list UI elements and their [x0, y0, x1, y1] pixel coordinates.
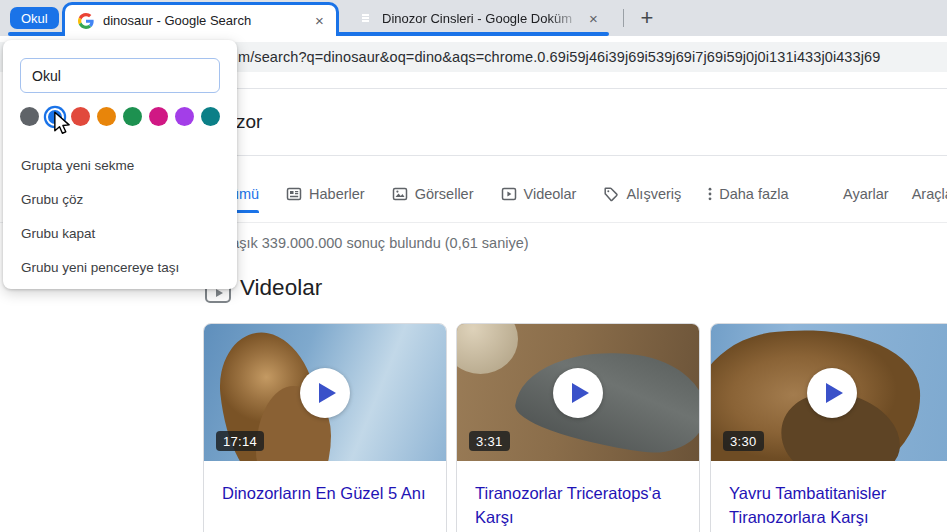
more-dots-icon: [708, 186, 712, 202]
google-search-box[interactable]: dinozor: [185, 88, 947, 156]
group-name-input[interactable]: Okul: [20, 58, 220, 93]
video-duration-badge: 3:31: [469, 431, 510, 451]
video-card[interactable]: 17:14 Dinozorların En Güzel 5 Anı: [203, 323, 447, 532]
video-title-link[interactable]: Tiranozorlar Triceratops'a Karşı: [457, 461, 699, 529]
play-button-icon[interactable]: [300, 368, 350, 418]
video-title-link[interactable]: Yavru Tambatitanisler Tiranozorlara Karş…: [711, 461, 947, 529]
menu-item-move-to-new-window[interactable]: Grubu yeni pencereye taşı: [3, 250, 237, 284]
tab-strip: Okul dinosaur - Google Search × Dinozor …: [0, 0, 947, 36]
play-button-icon[interactable]: [553, 368, 603, 418]
close-icon[interactable]: ×: [585, 10, 602, 27]
menu-item-ungroup[interactable]: Grubu çöz: [3, 182, 237, 216]
tab-title: Dinozor Cinsleri - Google Doküm: [382, 11, 585, 26]
browser-window: dinozor Tümü Haberler Görseller: [0, 0, 947, 532]
tab-group-menu: Okul Grupta yeni sekme Grubu çöz Grubu k…: [3, 40, 237, 289]
serp-nav: Tümü Haberler Görseller Videolar: [222, 182, 789, 206]
swatch-purple[interactable]: [175, 107, 194, 126]
menu-item-new-tab-in-group[interactable]: Grupta yeni sekme: [3, 148, 237, 182]
result-stats: Yaklaşık 339.000.000 sonuç bulundu (0,61…: [204, 235, 529, 251]
tab-daha-fazla[interactable]: Daha fazla: [708, 186, 788, 202]
tab-dinozor-cinsleri[interactable]: Dinozor Cinsleri - Google Doküm ×: [345, 4, 608, 33]
group-menu-items: Grupta yeni sekme Grubu çöz Grubu kapat …: [3, 148, 237, 284]
swatch-orange[interactable]: [97, 107, 116, 126]
videos-section-title: Videolar: [240, 275, 322, 301]
tab-gorseller[interactable]: Görseller: [392, 186, 474, 202]
tab-haberler[interactable]: Haberler: [286, 186, 365, 202]
videos-icon: [501, 186, 517, 202]
tab-alisveris[interactable]: Alışveriş: [603, 186, 681, 202]
swatch-grey[interactable]: [20, 107, 39, 126]
url-text: m/search?q=dinosaur&oq=dino&aqs=chrome.0…: [238, 49, 880, 65]
thumbnail-art: [511, 339, 699, 460]
tab-ayarlar[interactable]: Ayarlar: [843, 186, 889, 202]
play-button-icon[interactable]: [807, 368, 857, 418]
thumbnail-art: [457, 324, 518, 374]
video-title-link[interactable]: Dinozorların En Güzel 5 Anı: [204, 461, 446, 505]
close-icon[interactable]: ×: [311, 12, 328, 29]
shopping-tag-icon: [603, 186, 619, 202]
swatch-cyan[interactable]: [201, 107, 220, 126]
news-icon: [286, 186, 302, 202]
video-card[interactable]: 3:31 Tiranozorlar Triceratops'a Karşı: [456, 323, 700, 532]
tab-title: dinosaur - Google Search: [103, 13, 311, 28]
tab-araclar[interactable]: Araçlar: [912, 186, 947, 202]
serp-nav-right: Ayarlar Araçlar: [843, 182, 947, 206]
tab-group-chip[interactable]: Okul: [10, 7, 59, 29]
menu-item-close-group[interactable]: Grubu kapat: [3, 216, 237, 250]
google-docs-icon: [357, 11, 373, 27]
images-icon: [392, 186, 408, 202]
group-color-swatches: [20, 105, 220, 128]
google-g-icon: [78, 13, 94, 29]
new-tab-button[interactable]: +: [633, 4, 661, 32]
tab-videolar[interactable]: Videolar: [501, 186, 577, 202]
swatch-pink[interactable]: [149, 107, 168, 126]
swatch-green[interactable]: [123, 107, 142, 126]
tab-dinosaur-search[interactable]: dinosaur - Google Search ×: [62, 2, 339, 36]
video-card[interactable]: 3:30 Yavru Tambatitanisler Tiranozorlara…: [710, 323, 947, 532]
video-thumbnail[interactable]: 3:31: [457, 324, 699, 461]
video-thumbnail[interactable]: 3:30: [711, 324, 947, 461]
video-thumbnail[interactable]: 17:14: [204, 324, 446, 461]
video-duration-badge: 3:30: [723, 431, 764, 451]
tab-separator: [623, 9, 624, 27]
video-duration-badge: 17:14: [216, 431, 264, 451]
swatch-red[interactable]: [71, 107, 90, 126]
mouse-cursor-icon: [52, 111, 72, 141]
